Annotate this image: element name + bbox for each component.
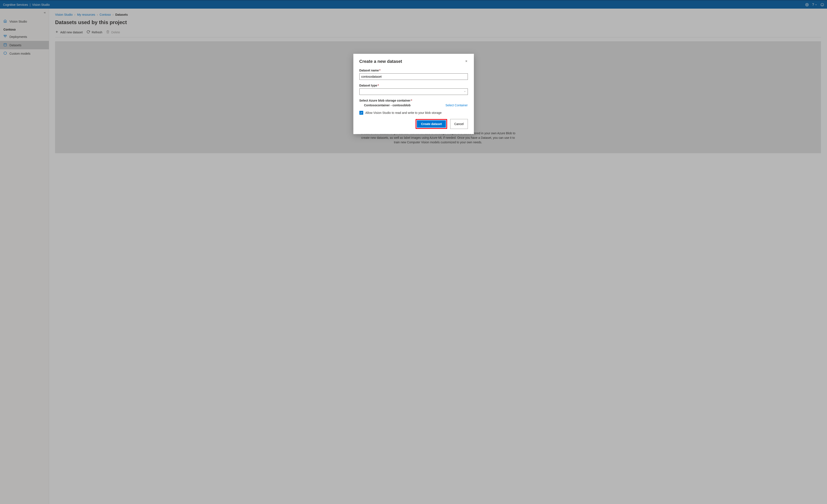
- required-asterisk: *: [411, 99, 412, 102]
- allow-read-write-checkbox[interactable]: [359, 111, 363, 115]
- required-asterisk: *: [379, 69, 381, 72]
- selected-container: Contosocontainer - contosoblob: [359, 103, 410, 107]
- modal-title: Create a new dataset: [359, 59, 402, 64]
- cancel-button[interactable]: Cancel: [450, 119, 468, 129]
- chevron-down-icon: [464, 90, 466, 93]
- label-text: Dataset type: [359, 84, 377, 87]
- allow-read-write-label: Allow Vision Studio to read and write to…: [366, 111, 442, 114]
- highlight-ring: Create dataset: [416, 119, 447, 129]
- label-text: Select Azure blob storage container: [359, 99, 410, 102]
- modal-overlay: Create a new dataset Dataset name* Datas…: [0, 0, 827, 504]
- close-icon[interactable]: [465, 60, 468, 63]
- dataset-name-label: Dataset name*: [359, 69, 468, 72]
- dataset-type-value[interactable]: [359, 89, 468, 95]
- label-text: Dataset name: [359, 69, 379, 72]
- dataset-type-label: Dataset type*: [359, 84, 468, 87]
- create-dataset-button[interactable]: Create dataset: [417, 120, 446, 128]
- select-container-link[interactable]: Select Container: [445, 103, 468, 107]
- required-asterisk: *: [378, 84, 379, 87]
- dataset-name-input[interactable]: [359, 73, 468, 80]
- create-dataset-modal: Create a new dataset Dataset name* Datas…: [353, 54, 474, 134]
- check-icon: [360, 111, 362, 114]
- dataset-type-select[interactable]: [359, 89, 468, 95]
- blob-container-label: Select Azure blob storage container*: [359, 99, 468, 102]
